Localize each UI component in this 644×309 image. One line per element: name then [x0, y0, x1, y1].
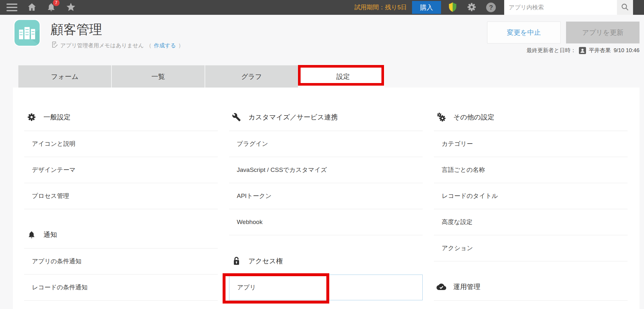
settings-panel: 一般設定 アイコンと説明 デザインテーマ プロセス管理 通知 アプリの条件通知 … [13, 88, 639, 309]
admin-memo-line: アプリ管理者用メモはありません （ 作成する ） [52, 41, 184, 50]
menu-item-app-notifications[interactable]: アプリの条件通知 [24, 248, 218, 275]
hamburger-menu-button[interactable] [6, 4, 17, 11]
section-header-other-settings: その他の設定 [434, 104, 628, 131]
notification-badge: 7 [53, 0, 60, 6]
section-header-notifications: 通知 [24, 221, 218, 248]
menu-item-js-css-customize[interactable]: JavaScript / CSSでカスタマイズ [229, 157, 423, 183]
global-navigation-bar: 7 試用期間：残り5日 購入 [0, 0, 644, 15]
last-updated-line: 最終更新者と日時： 平井杏果 9/10 10:46 [526, 47, 639, 54]
last-updated-user: 平井杏果 [589, 47, 611, 54]
tab-form[interactable]: フォーム [18, 65, 111, 88]
home-icon [27, 2, 37, 13]
menu-item-record-notifications[interactable]: レコードの条件通知 [24, 275, 218, 301]
search-submit-button[interactable] [617, 0, 633, 15]
help-button[interactable]: ? [486, 3, 496, 12]
update-app-button[interactable]: アプリを更新 [566, 22, 639, 43]
section-header-permissions: アクセス権 [229, 247, 423, 275]
memo-icon [52, 41, 58, 50]
section-header-general: 一般設定 [24, 104, 218, 131]
create-memo-link[interactable]: 作成する [154, 42, 176, 49]
settings-gear-button[interactable] [467, 2, 476, 13]
menu-item-design-theme[interactable]: デザインテーマ [24, 157, 218, 183]
tab-graph[interactable]: グラフ [205, 65, 298, 88]
notifications-button[interactable]: 7 [46, 2, 56, 13]
favorites-button[interactable] [66, 2, 76, 13]
star-icon [66, 2, 76, 13]
purchase-button[interactable]: 購入 [412, 1, 441, 14]
menu-item-webhook[interactable]: Webhook [229, 209, 423, 235]
menu-item-record-title[interactable]: レコードのタイトル [434, 183, 628, 209]
gear-icon [467, 2, 476, 13]
user-avatar [579, 47, 586, 54]
topbar-left-group: 7 [0, 0, 76, 15]
search-icon [621, 3, 629, 12]
trial-period-text: 試用期間：残り5日 [354, 3, 407, 12]
gear-icon [27, 112, 36, 122]
menu-item-categories[interactable]: カテゴリー [434, 131, 628, 157]
topbar-right-group: 試用期間：残り5日 購入 [354, 0, 644, 15]
menu-item-api-token[interactable]: APIトークン [229, 183, 423, 209]
settings-column-other: その他の設定 カテゴリー 言語ごとの名称 レコードのタイトル 高度な設定 アクシ… [434, 88, 628, 301]
in-app-search-box [504, 0, 633, 15]
section-header-operations: 運用管理 [434, 273, 628, 301]
app-title: 顧客管理 [51, 21, 102, 38]
menu-item-language-names[interactable]: 言語ごとの名称 [434, 157, 628, 183]
section-header-customize: カスタマイズ／サービス連携 [229, 104, 423, 131]
menu-item-icon-description[interactable]: アイコンと説明 [24, 131, 218, 157]
gears-icon [437, 112, 446, 122]
section-title: カスタマイズ／サービス連携 [248, 113, 338, 122]
last-updated-datetime: 9/10 10:46 [614, 47, 639, 54]
app-icon [14, 20, 40, 46]
bell-icon [27, 230, 36, 239]
kintone-app-settings-screen: 7 試用期間：残り5日 購入 [0, 0, 644, 309]
memo-text: アプリ管理者用メモはありません [60, 42, 144, 49]
search-input[interactable] [504, 0, 617, 15]
menu-item-advanced-settings[interactable]: 高度な設定 [434, 209, 628, 235]
menu-item-process-management[interactable]: プロセス管理 [24, 183, 218, 209]
menu-item-plugins[interactable]: プラグイン [229, 131, 423, 157]
discard-changes-button[interactable]: 変更を中止 [487, 22, 561, 43]
memo-paren-close: ） [178, 42, 184, 49]
help-icon: ? [486, 3, 496, 12]
section-title: その他の設定 [453, 113, 494, 122]
beginner-mark-icon [448, 2, 457, 13]
lock-icon [232, 256, 241, 266]
hamburger-icon [6, 4, 17, 11]
menu-item-app-permissions[interactable]: アプリ [229, 275, 423, 300]
section-title: アクセス権 [248, 257, 283, 266]
tab-settings[interactable]: 設定 [302, 65, 385, 88]
memo-paren-open: （ [146, 42, 151, 49]
last-updated-label: 最終更新者と日時： [526, 47, 576, 54]
section-title: 通知 [43, 230, 57, 239]
getting-started-button[interactable] [448, 2, 457, 13]
wrench-icon [232, 112, 241, 122]
section-title: 運用管理 [453, 282, 480, 291]
settings-column-general: 一般設定 アイコンと説明 デザインテーマ プロセス管理 通知 アプリの条件通知 … [24, 88, 218, 301]
menu-item-actions[interactable]: アクション [434, 235, 628, 261]
section-title: 一般設定 [43, 113, 71, 122]
home-button[interactable] [27, 2, 37, 13]
settings-column-customize: カスタマイズ／サービス連携 プラグイン JavaScript / CSSでカスタ… [229, 88, 423, 300]
cloud-check-icon [437, 282, 446, 292]
app-tab-bar: フォーム 一覧 グラフ 設定 [18, 65, 385, 88]
tab-list[interactable]: 一覧 [112, 65, 205, 88]
